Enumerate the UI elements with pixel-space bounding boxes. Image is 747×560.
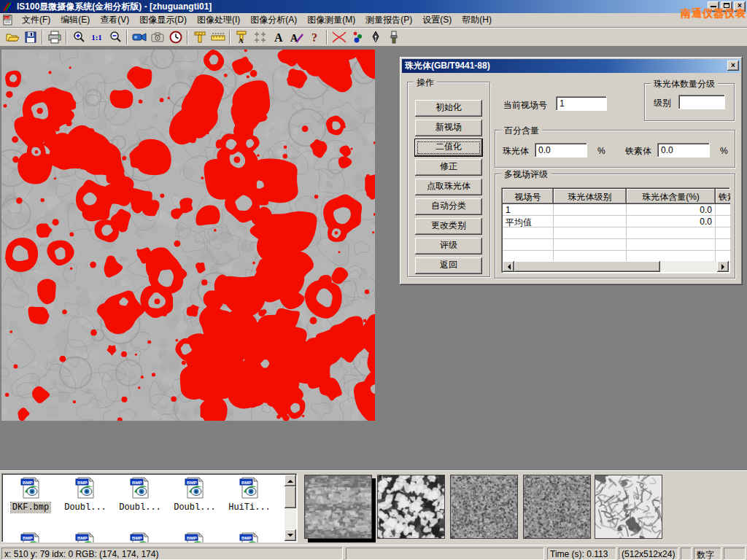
col-pearlite-grade[interactable]: 珠光体级别 [554, 189, 627, 204]
col-field-no[interactable]: 视场号 [503, 189, 554, 204]
print-icon[interactable] [45, 29, 63, 45]
ruler-icon[interactable] [209, 29, 227, 45]
thumbnail-5[interactable] [595, 475, 662, 539]
table-row[interactable]: 平均值 0.0 [503, 216, 730, 228]
pen-icon[interactable] [366, 29, 384, 45]
file-item[interactable]: BMP Doubl... [59, 476, 112, 513]
menu-measure-report[interactable]: 测量报告(P) [360, 12, 417, 28]
scroll-left-icon[interactable] [503, 261, 514, 272]
table-row[interactable] [503, 239, 730, 251]
col-ferrite-content[interactable]: 铁素体含量(%) [716, 189, 730, 204]
change-class-button[interactable]: 更改类别 [415, 218, 482, 235]
file-item[interactable]: BMP DKF.bmp [4, 476, 57, 513]
file-list[interactable]: BMP DKF.bmp BMP Doubl... BMP [1, 473, 298, 542]
file-label[interactable]: DKF.bmp [11, 502, 50, 513]
current-field-label: 当前视场号 [503, 99, 547, 112]
status-coordinates: x: 510 y: 79 idx: 0 RGB: (174, 174, 174) [1, 548, 343, 560]
bmp-file-icon: BMP [19, 476, 42, 499]
micrograph-image[interactable] [1, 50, 375, 421]
table-row[interactable]: 1 0.0 [503, 204, 730, 216]
auto-classify-button[interactable]: 自动分类 [415, 198, 482, 215]
curve-tool-icon[interactable] [330, 29, 348, 45]
bmp-file-icon: BMP [74, 476, 97, 499]
file-label[interactable]: Doubl... [63, 502, 108, 513]
table-header-row: 视场号 珠光体级别 珠光体含量(%) 铁素体含量(%) [503, 189, 730, 204]
grade-input[interactable] [678, 95, 725, 109]
video-camera-icon[interactable] [130, 29, 148, 45]
ferrite-percent-input[interactable]: 0.0 [657, 143, 710, 158]
rating-table[interactable]: 视场号 珠光体级别 珠光体含量(%) 铁素体含量(%) 1 0.0 平均值 [501, 187, 730, 273]
dialog-title-bar[interactable]: 珠光体(GB/T9441-88) × [402, 59, 740, 73]
svg-text:BMP: BMP [187, 535, 197, 540]
scrollbar-thumb[interactable] [285, 486, 296, 508]
capture-camera-icon[interactable] [148, 29, 166, 45]
menu-image-process[interactable]: 图像处理(I) [192, 12, 245, 28]
file-list-scrollbar[interactable] [285, 475, 296, 541]
scroll-right-icon[interactable] [717, 261, 729, 272]
scroll-down-icon[interactable] [285, 529, 296, 541]
pearlite-dialog: 珠光体(GB/T9441-88) × 操作 初始化 新视场 二值化 修正 点取珠… [400, 57, 743, 285]
caliper-icon[interactable] [190, 29, 209, 45]
svg-text:BMP: BMP [187, 480, 197, 485]
menu-help[interactable]: 帮助(H) [457, 12, 497, 28]
menu-image-analysis[interactable]: 图像分析(A) [245, 12, 302, 28]
file-label[interactable]: Doubl... [172, 502, 217, 513]
clock-icon[interactable] [166, 29, 185, 45]
binarize-button[interactable]: 二值化 [415, 139, 482, 156]
file-item[interactable]: BMP [223, 532, 276, 542]
file-label[interactable]: Doubl... [117, 502, 163, 513]
file-label[interactable]: HuiTi... [227, 502, 272, 513]
grid-mark-icon[interactable] [251, 29, 269, 45]
file-item[interactable]: BMP Doubl... [169, 476, 221, 513]
menu-edit[interactable]: 编辑(E) [55, 12, 95, 28]
thumbnail-2[interactable] [377, 475, 445, 539]
thumbnail-4[interactable] [523, 475, 591, 539]
help-icon[interactable]: ? [306, 29, 324, 45]
current-field-input[interactable]: 1 [556, 96, 607, 111]
menu-settings[interactable]: 设置(S) [417, 12, 457, 28]
svg-text:BMP: BMP [77, 480, 88, 485]
brush-icon[interactable] [384, 29, 403, 45]
file-item[interactable]: BMP [4, 532, 57, 542]
correct-button[interactable]: 修正 [415, 159, 482, 176]
title-bar: IS100显微摄像系统(金相分析版) - [zhuguangti01] × [0, 0, 747, 13]
status-empty-3 [724, 548, 746, 560]
file-item[interactable]: BMP [169, 532, 221, 542]
menu-file[interactable]: 文件(F) [17, 12, 55, 28]
bmp-file-icon: BMP [238, 476, 261, 499]
menu-image-display[interactable]: 图像显示(D) [134, 12, 192, 28]
text-icon[interactable]: A [269, 29, 287, 45]
zoom-out-icon[interactable] [106, 29, 124, 45]
ferrite-unit: % [720, 146, 728, 156]
table-horizontal-scrollbar[interactable] [503, 261, 729, 272]
return-button[interactable]: 返回 [415, 257, 482, 274]
thumbnail-1[interactable] [304, 475, 372, 539]
measure-text-icon[interactable]: A [233, 29, 251, 45]
scrollbar-thumb[interactable] [514, 261, 660, 272]
color-classify-icon[interactable] [348, 29, 366, 45]
file-item[interactable]: BMP [114, 532, 166, 542]
file-item[interactable]: BMP Doubl... [114, 476, 166, 513]
zoom-in-icon[interactable] [69, 29, 88, 45]
file-item[interactable]: BMP [59, 532, 112, 542]
table-row[interactable] [503, 228, 730, 239]
file-item[interactable]: BMP HuiTi... [223, 476, 276, 513]
document-icon[interactable]: DOC [2, 15, 14, 26]
open-icon[interactable] [3, 29, 21, 45]
menu-image-measure[interactable]: 图像测量(M) [302, 12, 360, 28]
save-icon[interactable] [21, 29, 39, 45]
init-button[interactable]: 初始化 [415, 100, 482, 117]
actual-size-icon[interactable]: 1:1 [88, 29, 106, 45]
rate-button[interactable]: 评级 [415, 238, 482, 254]
pearlite-percent-input[interactable]: 0.0 [535, 143, 587, 158]
menu-view[interactable]: 查看(V) [95, 12, 134, 28]
new-field-button[interactable]: 新视场 [415, 120, 482, 136]
pick-pearlite-button[interactable]: 点取珠光体 [415, 179, 482, 195]
scroll-up-icon[interactable] [285, 475, 296, 486]
text-edit-icon[interactable]: A [287, 29, 306, 45]
percent-group-label: 百分含量 [501, 125, 542, 137]
col-pearlite-content[interactable]: 珠光体含量(%) [627, 189, 716, 204]
dialog-close-icon[interactable]: × [727, 61, 739, 71]
thumbnail-3[interactable] [450, 475, 518, 539]
application-window: IS100显微摄像系统(金相分析版) - [zhuguangti01] × 南通… [0, 0, 747, 560]
